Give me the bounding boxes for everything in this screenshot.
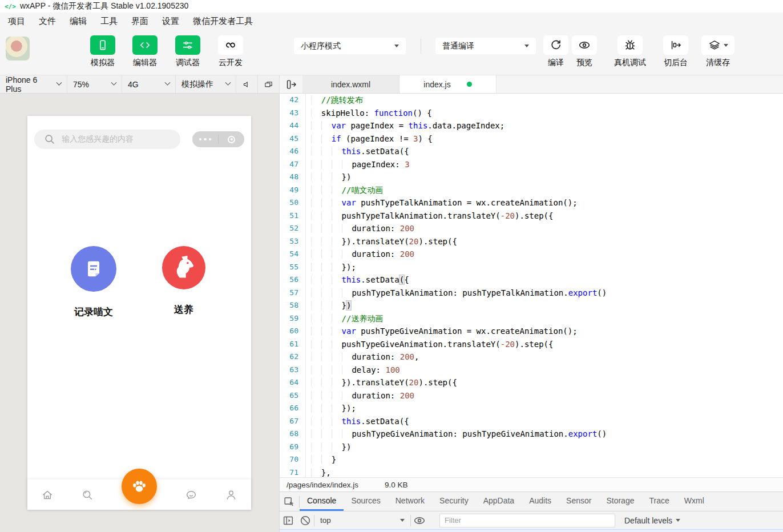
user-avatar[interactable]: [6, 37, 30, 61]
toolbar-action-预览[interactable]: 预览: [564, 35, 604, 68]
line-number: 59: [280, 312, 306, 325]
menu-item-设置[interactable]: 设置: [155, 16, 186, 27]
menu-item-微信开发者工具[interactable]: 微信开发者工具: [186, 16, 260, 27]
devtools-tab-Storage[interactable]: Storage: [599, 492, 641, 511]
zoom-select[interactable]: 75%: [67, 75, 122, 93]
devtools-tab-Sensor[interactable]: Sensor: [559, 492, 599, 511]
code-content: if (pageIndex != 3) {: [306, 132, 433, 146]
devtools-tab-bar: ConsoleSourcesNetworkSecurityAppDataAudi…: [280, 491, 783, 511]
toolbar-action-label: 切后台: [656, 58, 696, 68]
devtools-tab-Sources[interactable]: Sources: [344, 492, 388, 511]
search-placeholder: 输入您感兴趣的内容: [62, 134, 134, 144]
compile-mode-select[interactable]: 普通编译: [435, 38, 536, 54]
toolbar-button-模拟器[interactable]: 模拟器: [83, 35, 123, 68]
line-number: 66: [280, 402, 306, 415]
search-bar[interactable]: 输入您感兴趣的内容: [34, 130, 180, 149]
speaker-icon[interactable]: [236, 75, 258, 93]
line-number: 70: [280, 453, 306, 466]
code-content: delay: 100: [306, 364, 400, 377]
toolbar-button-编辑器[interactable]: 编辑器: [125, 35, 165, 68]
code-content: duration: 200,: [306, 350, 419, 364]
toolbar-action-切后台[interactable]: 切后台: [656, 35, 696, 68]
code-line-69: 69 }): [280, 441, 783, 454]
code-content: pushTypeTalkAnimation.translateY(-20).st…: [306, 209, 553, 223]
code-line-68: 68 pushTypeGiveAnimation: pushTypeGiveAn…: [280, 428, 783, 441]
chat-icon[interactable]: [185, 489, 197, 501]
chevron-down-icon: [56, 80, 62, 86]
toolbar-action-真机调试[interactable]: 真机调试: [610, 35, 650, 68]
code-content: }: [306, 453, 336, 466]
code-content: var pushTypeGiveAnimation = wx.createAni…: [306, 325, 578, 338]
code-content: },: [306, 466, 331, 478]
compile-select-value: 普通编译: [442, 41, 474, 51]
code-content: pageIndex: 3: [306, 158, 410, 171]
target-icon[interactable]: [219, 136, 244, 143]
editor-tab-index.wxml[interactable]: index.wxml: [302, 75, 399, 93]
log-levels-select[interactable]: Default levels: [624, 516, 680, 525]
code-line-47: 47 pageIndex: 3: [280, 158, 783, 171]
menu-item-编辑[interactable]: 编辑: [63, 16, 94, 27]
bug-icon: [617, 35, 643, 55]
toolbar-button-label: 云开发: [211, 58, 251, 68]
simulate-ops-select[interactable]: 模拟操作: [176, 75, 236, 93]
panel-toggle-icon[interactable]: [280, 514, 297, 527]
caret-down-icon: [724, 44, 728, 47]
code-content: });: [306, 402, 356, 415]
profile-icon[interactable]: [225, 489, 237, 501]
code-line-46: 46 this.setData({: [280, 145, 783, 158]
magnifier-icon: [43, 133, 56, 146]
code-line-53: 53 }).translateY(20).step({: [280, 235, 783, 248]
windows-icon[interactable]: [258, 75, 280, 93]
detach-icon[interactable]: [280, 75, 302, 93]
code-line-63: 63 delay: 100: [280, 364, 783, 377]
device-select[interactable]: iPhone 6 Plus: [0, 75, 67, 93]
devtools-tab-Console[interactable]: Console: [300, 492, 344, 511]
devtools-tab-Network[interactable]: Network: [388, 492, 432, 511]
devtools-tab-AppData[interactable]: AppData: [476, 492, 522, 511]
console-filter-input[interactable]: [439, 514, 615, 527]
code-editor[interactable]: 42 //跳转发布43 skipHello: function() {44 va…: [280, 94, 783, 477]
file-path: /pages/index/index.js: [286, 481, 358, 489]
line-number: 69: [280, 441, 306, 454]
line-number: 54: [280, 248, 306, 261]
clear-console-icon[interactable]: [297, 514, 314, 527]
code-line-65: 65 duration: 200: [280, 389, 783, 402]
devtools-tab-Wxml[interactable]: Wxml: [677, 492, 712, 511]
home-icon[interactable]: [41, 489, 54, 501]
code-line-67: 67 this.setData({: [280, 415, 783, 428]
cloud-loop-icon: [218, 35, 243, 55]
line-number: 51: [280, 209, 306, 223]
editor-tab-index.js[interactable]: index.js: [399, 75, 497, 93]
mode-select[interactable]: 小程序模式: [294, 38, 406, 54]
editor-tab-strip: index.wxmlindex.js: [280, 75, 783, 93]
eye-watch-icon[interactable]: [411, 514, 428, 527]
toolbar-button-调试器[interactable]: 调试器: [168, 35, 208, 68]
menu-item-界面[interactable]: 界面: [124, 16, 155, 27]
more-dots-icon[interactable]: [192, 138, 218, 141]
entry-记录喵文[interactable]: 记录喵文: [54, 246, 134, 319]
line-number: 46: [280, 145, 306, 158]
menu-item-工具[interactable]: 工具: [94, 16, 124, 27]
code-line-55: 55 });: [280, 261, 783, 274]
line-number: 57: [280, 287, 306, 300]
paw-icon[interactable]: [122, 469, 157, 504]
inspect-icon[interactable]: [280, 492, 299, 511]
menu-item-项目[interactable]: 项目: [1, 16, 32, 27]
toolbar-button-label: 调试器: [168, 58, 208, 68]
menu-item-文件[interactable]: 文件: [32, 16, 63, 27]
devtools-tab-Security[interactable]: Security: [432, 492, 476, 511]
line-number: 68: [280, 428, 306, 441]
search-icon[interactable]: [81, 489, 94, 501]
network-select[interactable]: 4G: [122, 75, 176, 93]
devtools-tab-Audits[interactable]: Audits: [522, 492, 559, 511]
title-bar: </> wxAPP - 微信开发者工具 Stable v1.02.1905230: [0, 0, 783, 13]
context-select[interactable]: top: [314, 516, 410, 525]
entry-送养[interactable]: 送养: [144, 246, 224, 316]
note-icon: [71, 246, 116, 292]
toolbar-action-label: 清缓存: [698, 58, 738, 68]
toolbar-button-云开发[interactable]: 云开发: [211, 35, 251, 68]
devtools-tab-Trace[interactable]: Trace: [641, 492, 676, 511]
caret-down-icon: [394, 45, 399, 47]
toolbar-action-清缓存[interactable]: 清缓存: [698, 35, 738, 68]
miniprogram-capsule[interactable]: [192, 131, 244, 147]
